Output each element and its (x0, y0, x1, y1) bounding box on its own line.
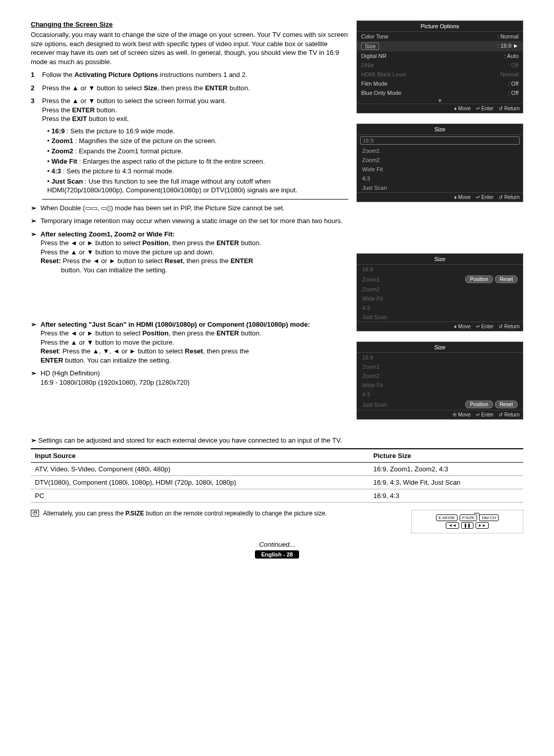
table-row: PC16:9, 4:3 (31, 489, 523, 502)
osd-size-justscan: Size 16:9 Zoom1 Zoom2 Wide Fit 4:3 Just … (357, 342, 523, 420)
continued-text: Continued... (31, 541, 523, 548)
remote-rewind-button[interactable]: ◄◄ (446, 522, 459, 529)
intro-text: Occasionally, you may want to change the… (31, 30, 348, 66)
remote-emode-button[interactable]: E.MODE (436, 514, 458, 521)
arrow-right-icon: ► (513, 43, 519, 49)
osd-picture-options: Picture Options Color Tone: Normal Size:… (357, 21, 523, 113)
remote-diagram: E.MODE P.SIZE FAV.CH ◄◄ ❚❚ ►► (411, 510, 523, 533)
step-3: 3 Press the ▲ or ▼ button to select the … (31, 96, 348, 199)
remote-favch-button[interactable]: FAV.CH (479, 514, 499, 521)
note-hd: HD (High Definition) 16:9 - 1080i/1080p … (31, 369, 348, 387)
step-1: 1 Follow the Activating Picture Options … (31, 70, 348, 79)
remote-forward-button[interactable]: ►► (476, 522, 489, 529)
remote-pause-button[interactable]: ❚❚ (461, 522, 473, 529)
table-row: DTV(1080i), Component (1080i, 1080p), HD… (31, 475, 523, 489)
position-button[interactable]: Position (465, 275, 493, 283)
remote-hint-icon: 🖑 (31, 510, 39, 516)
remote-psize-button[interactable]: P.SIZE (460, 514, 477, 521)
reset-button[interactable]: Reset (495, 275, 518, 283)
table-row: ATV, Video, S-Video, Component (480i, 48… (31, 462, 523, 475)
osd-size-zoom: Size 16:9 Zoom1 PositionReset Zoom2 Wide… (357, 253, 523, 331)
step-2: 2 Press the ▲ or ▼ button to select Size… (31, 84, 348, 93)
osd-size-list: Size 16:9 Zoom1 Zoom2 Wide Fit 4:3 Just … (357, 124, 523, 202)
section-heading: Changing the Screen Size (31, 21, 348, 28)
note-retention: Temporary image retention may occur when… (31, 216, 348, 226)
reset-button[interactable]: Reset (495, 401, 518, 408)
input-source-table: Input SourcePicture Size ATV, Video, S-V… (31, 448, 523, 503)
size-bullets: 16:9 : Sets the picture to 16:9 wide mod… (42, 127, 348, 200)
osd-size-16-9[interactable]: 16:9 (360, 136, 520, 145)
position-button[interactable]: Position (465, 401, 493, 408)
osd-size-row[interactable]: Size: 16:9 ► (357, 41, 523, 51)
note-zoom: After selecting Zoom1, Zoom2 or Wide Fit… (31, 230, 348, 275)
note-pip: When Double (▭▭, ▭▯) mode has been set i… (31, 204, 348, 213)
note-stored: Settings can be adjusted and stored for … (31, 436, 523, 445)
note-justscan: After selecting "Just Scan" in HDMI (108… (31, 320, 348, 365)
page-footer: English - 28 (255, 550, 299, 559)
